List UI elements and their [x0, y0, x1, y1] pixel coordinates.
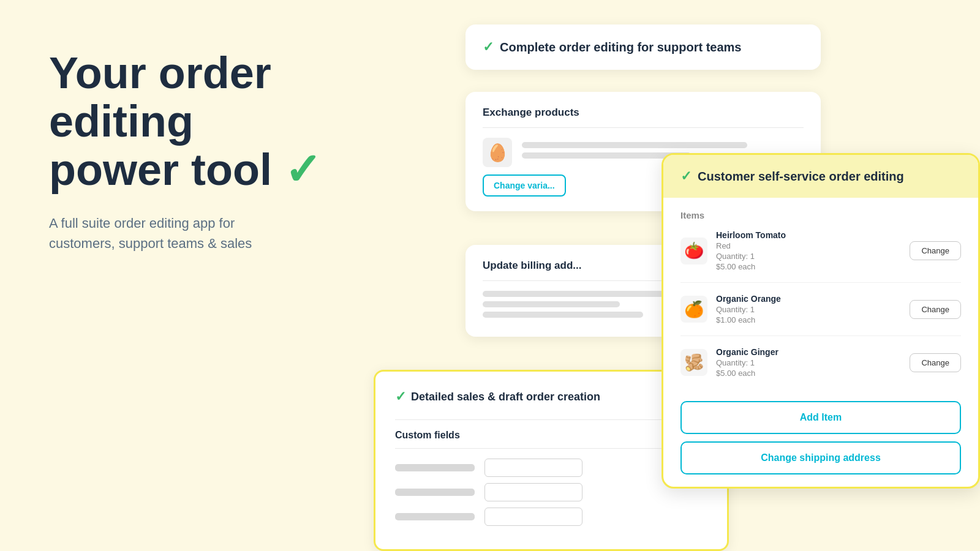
main-heading: Your order editing power tool ✓	[49, 49, 392, 195]
orange-icon: 🍊	[680, 296, 707, 323]
orange-name: Organic Orange	[716, 294, 901, 304]
billing-ph-1	[483, 291, 666, 297]
change-shipping-button[interactable]: Change shipping address	[680, 441, 961, 474]
tomato-variant: Red	[716, 241, 901, 250]
billing-ph-3	[483, 312, 643, 318]
heading-checkmark: ✓	[284, 146, 321, 194]
orange-info: Organic Orange Quantity: 1 $1.00 each	[716, 294, 901, 324]
cards-area: ✓ Complete order editing for support tea…	[429, 0, 980, 551]
fields-row-2	[395, 483, 707, 501]
complete-check-icon: ✓	[483, 39, 494, 55]
card-complete-order: ✓ Complete order editing for support tea…	[466, 24, 821, 70]
ginger-qty: Quantity: 1	[716, 358, 901, 367]
sales-title: Detailed sales & draft order creation	[411, 391, 600, 403]
add-item-button[interactable]: Add Item	[680, 401, 961, 434]
field-input-2[interactable]	[484, 483, 582, 501]
order-item-orange: 🍊 Organic Orange Quantity: 1 $1.00 each …	[680, 294, 961, 336]
product-image: 🥚	[483, 138, 512, 167]
tomato-icon: 🍅	[680, 238, 707, 264]
self-service-title: Customer self-service order editing	[698, 170, 904, 184]
order-item-ginger: 🫚 Organic Ginger Quantity: 1 $5.00 each …	[680, 347, 961, 389]
field-label-1	[395, 464, 475, 471]
ginger-name: Organic Ginger	[716, 347, 901, 357]
sales-check-icon: ✓	[395, 389, 406, 405]
ginger-price: $5.00 each	[716, 369, 901, 378]
card-main-header: ✓ Customer self-service order editing	[663, 155, 978, 198]
change-tomato-button[interactable]: Change	[910, 241, 961, 260]
hero-section: Your order editing power tool ✓ A full s…	[49, 49, 392, 253]
self-service-check-icon: ✓	[680, 168, 692, 184]
orange-qty: Quantity: 1	[716, 305, 901, 314]
order-item-tomato: 🍅 Heirloom Tomato Red Quantity: 1 $5.00 …	[680, 230, 961, 283]
change-orange-button[interactable]: Change	[910, 300, 961, 319]
exchange-title: Exchange products	[483, 107, 804, 119]
heading-line3: power tool	[49, 145, 272, 194]
custom-fields-title: Custom fields	[395, 430, 707, 441]
custom-fields-divider	[395, 448, 707, 449]
ph-line-1	[522, 142, 747, 148]
field-input-1[interactable]	[484, 459, 582, 477]
billing-ph-2	[483, 301, 620, 307]
tomato-price: $5.00 each	[716, 262, 901, 271]
tomato-info: Heirloom Tomato Red Quantity: 1 $5.00 ea…	[716, 230, 901, 271]
orange-price: $1.00 each	[716, 315, 901, 324]
ginger-info: Organic Ginger Quantity: 1 $5.00 each	[716, 347, 901, 378]
hero-subtitle: A full suite order editing app forcustom…	[49, 213, 392, 253]
change-variant-button[interactable]: Change varia...	[483, 174, 566, 197]
change-ginger-button[interactable]: Change	[910, 353, 961, 372]
ginger-icon: 🫚	[680, 349, 707, 376]
card-self-service: ✓ Customer self-service order editing It…	[662, 153, 980, 489]
heading-line1: Your order	[49, 48, 271, 97]
heading-line2: editing	[49, 97, 194, 146]
field-label-3	[395, 513, 475, 520]
divider	[483, 127, 804, 128]
field-input-3[interactable]	[484, 508, 582, 526]
field-label-2	[395, 489, 475, 496]
items-section-label: Items	[680, 210, 961, 220]
tomato-name: Heirloom Tomato	[716, 230, 901, 240]
fields-row-1	[395, 459, 707, 477]
sales-divider	[395, 419, 707, 420]
card-main-body: Items 🍅 Heirloom Tomato Red Quantity: 1 …	[663, 198, 978, 487]
tomato-qty: Quantity: 1	[716, 252, 901, 261]
fields-row-3	[395, 508, 707, 526]
complete-order-title: Complete order editing for support teams	[500, 40, 741, 54]
